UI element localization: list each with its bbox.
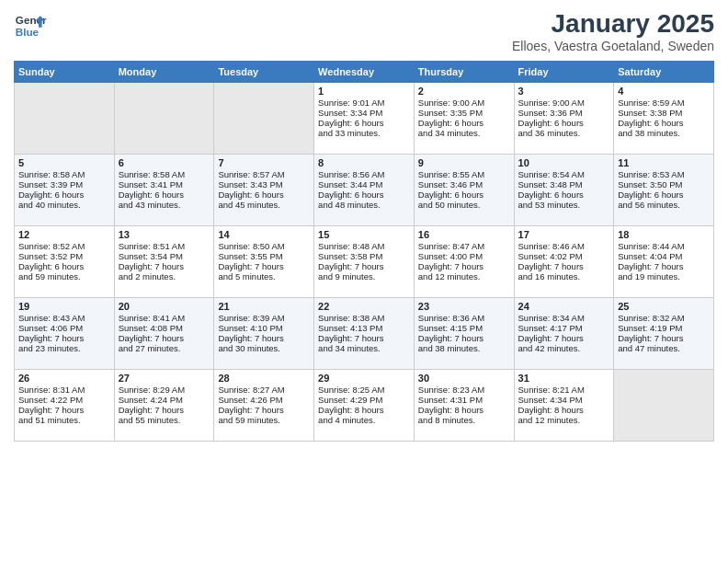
table-row: 11Sunrise: 8:53 AMSunset: 3:50 PMDayligh… xyxy=(614,155,714,226)
table-row: 20Sunrise: 8:41 AMSunset: 4:08 PMDayligh… xyxy=(114,298,214,370)
table-row xyxy=(114,83,214,155)
day-info: Sunrise: 8:43 AM xyxy=(18,313,110,323)
day-info: Daylight: 7 hours xyxy=(18,333,110,343)
day-info: Daylight: 7 hours xyxy=(119,261,210,271)
day-number: 13 xyxy=(119,229,210,240)
day-info: Daylight: 7 hours xyxy=(318,333,410,343)
table-row: 6Sunrise: 8:58 AMSunset: 3:41 PMDaylight… xyxy=(114,155,214,226)
day-number: 25 xyxy=(618,301,710,312)
day-info: Sunset: 4:06 PM xyxy=(18,323,110,333)
day-info: Sunrise: 8:51 AM xyxy=(119,241,210,251)
day-number: 30 xyxy=(418,373,510,384)
day-info: and 34 minutes. xyxy=(418,128,510,138)
day-info: Sunset: 4:34 PM xyxy=(518,395,610,405)
day-info: Sunset: 4:15 PM xyxy=(418,323,510,333)
day-info: and 30 minutes. xyxy=(218,343,310,353)
day-info: Daylight: 7 hours xyxy=(218,261,310,271)
day-number: 21 xyxy=(218,301,310,312)
table-row: 26Sunrise: 8:31 AMSunset: 4:22 PMDayligh… xyxy=(15,370,115,442)
day-number: 4 xyxy=(618,86,710,97)
day-info: and 4 minutes. xyxy=(318,415,410,425)
day-info: and 5 minutes. xyxy=(218,271,310,282)
col-monday: Monday xyxy=(114,62,214,83)
day-number: 6 xyxy=(119,157,210,168)
day-info: Sunset: 4:24 PM xyxy=(119,395,210,405)
day-info: Sunset: 4:10 PM xyxy=(218,323,310,333)
day-info: Sunrise: 8:56 AM xyxy=(318,169,410,179)
table-row: 13Sunrise: 8:51 AMSunset: 3:54 PMDayligh… xyxy=(114,226,214,298)
table-row: 23Sunrise: 8:36 AMSunset: 4:15 PMDayligh… xyxy=(414,298,514,370)
day-info: Daylight: 7 hours xyxy=(119,333,210,343)
table-row: 3Sunrise: 9:00 AMSunset: 3:36 PMDaylight… xyxy=(514,83,614,155)
calendar-week-row: 1Sunrise: 9:01 AMSunset: 3:34 PMDaylight… xyxy=(15,83,714,155)
day-info: Sunrise: 8:58 AM xyxy=(18,169,110,179)
day-info: and 12 minutes. xyxy=(518,415,610,425)
day-number: 31 xyxy=(518,373,610,384)
col-friday: Friday xyxy=(514,62,614,83)
day-number: 1 xyxy=(318,86,410,97)
day-info: Daylight: 7 hours xyxy=(618,261,710,271)
day-info: Sunset: 3:50 PM xyxy=(618,179,710,190)
day-info: and 43 minutes. xyxy=(119,200,210,210)
day-info: Sunset: 3:48 PM xyxy=(518,179,610,190)
day-info: Daylight: 6 hours xyxy=(518,190,610,200)
calendar-week-row: 12Sunrise: 8:52 AMSunset: 3:52 PMDayligh… xyxy=(15,226,714,298)
day-number: 24 xyxy=(518,301,610,312)
day-info: and 9 minutes. xyxy=(318,271,410,282)
table-row: 18Sunrise: 8:44 AMSunset: 4:04 PMDayligh… xyxy=(614,226,714,298)
day-info: Daylight: 7 hours xyxy=(218,333,310,343)
day-info: Daylight: 6 hours xyxy=(318,190,410,200)
day-info: and 36 minutes. xyxy=(518,128,610,138)
svg-text:Blue: Blue xyxy=(16,26,40,38)
day-info: Daylight: 7 hours xyxy=(518,261,610,271)
day-info: Sunrise: 8:39 AM xyxy=(218,313,310,323)
day-info: Daylight: 7 hours xyxy=(119,405,210,415)
day-number: 17 xyxy=(518,229,610,240)
day-info: and 55 minutes. xyxy=(119,415,210,425)
day-info: Sunrise: 8:57 AM xyxy=(218,169,310,179)
day-info: and 23 minutes. xyxy=(18,343,110,353)
day-info: Sunset: 4:31 PM xyxy=(418,395,510,405)
day-info: and 59 minutes. xyxy=(218,415,310,425)
table-row: 24Sunrise: 8:34 AMSunset: 4:17 PMDayligh… xyxy=(514,298,614,370)
day-number: 8 xyxy=(318,157,410,168)
day-info: Sunrise: 8:27 AM xyxy=(218,385,310,395)
day-number: 27 xyxy=(119,373,210,384)
day-info: Sunrise: 9:01 AM xyxy=(318,98,410,108)
day-info: Sunset: 3:43 PM xyxy=(218,179,310,190)
day-info: Daylight: 6 hours xyxy=(18,261,110,271)
day-number: 11 xyxy=(618,157,710,168)
day-info: and 2 minutes. xyxy=(119,271,210,282)
day-info: Sunset: 4:26 PM xyxy=(218,395,310,405)
day-info: Daylight: 7 hours xyxy=(318,261,410,271)
day-info: Sunrise: 8:21 AM xyxy=(518,385,610,395)
table-row: 15Sunrise: 8:48 AMSunset: 3:58 PMDayligh… xyxy=(314,226,415,298)
day-info: Sunrise: 8:23 AM xyxy=(418,385,510,395)
day-info: Sunset: 3:44 PM xyxy=(318,179,410,190)
day-info: Sunrise: 8:59 AM xyxy=(618,98,710,108)
day-info: Sunset: 4:19 PM xyxy=(618,323,710,333)
table-row: 9Sunrise: 8:55 AMSunset: 3:46 PMDaylight… xyxy=(414,155,514,226)
day-info: Sunset: 3:46 PM xyxy=(418,179,510,190)
day-info: and 34 minutes. xyxy=(318,343,410,353)
day-info: Sunset: 4:13 PM xyxy=(318,323,410,333)
table-row: 31Sunrise: 8:21 AMSunset: 4:34 PMDayligh… xyxy=(514,370,614,442)
calendar-header-row: Sunday Monday Tuesday Wednesday Thursday… xyxy=(15,62,714,83)
day-info: Sunset: 4:04 PM xyxy=(618,251,710,261)
day-info: and 12 minutes. xyxy=(418,271,510,282)
day-number: 16 xyxy=(418,229,510,240)
day-info: Sunset: 3:58 PM xyxy=(318,251,410,261)
day-info: and 8 minutes. xyxy=(418,415,510,425)
day-info: Sunrise: 8:47 AM xyxy=(418,241,510,251)
day-number: 2 xyxy=(418,86,510,97)
day-info: Daylight: 6 hours xyxy=(119,190,210,200)
day-info: and 42 minutes. xyxy=(518,343,610,353)
day-number: 29 xyxy=(318,373,410,384)
table-row: 29Sunrise: 8:25 AMSunset: 4:29 PMDayligh… xyxy=(314,370,415,442)
col-wednesday: Wednesday xyxy=(314,62,415,83)
table-row: 30Sunrise: 8:23 AMSunset: 4:31 PMDayligh… xyxy=(414,370,514,442)
table-row: 14Sunrise: 8:50 AMSunset: 3:55 PMDayligh… xyxy=(214,226,314,298)
col-sunday: Sunday xyxy=(15,62,115,83)
day-info: Sunset: 3:41 PM xyxy=(119,179,210,190)
day-info: Daylight: 6 hours xyxy=(418,190,510,200)
